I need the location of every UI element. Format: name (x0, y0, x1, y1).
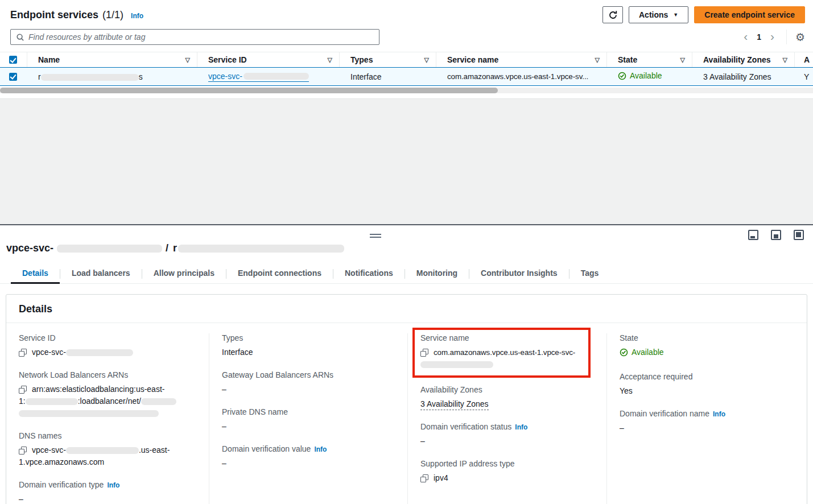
field-dns-names: DNS names vpce-svc-.us-east- 1.vpce.amaz… (19, 431, 199, 468)
sort-icon[interactable]: ▽ (424, 56, 429, 64)
page-title: Endpoint services (10, 9, 98, 21)
redacted-text (141, 398, 176, 405)
panel-drag-handle[interactable] (370, 234, 381, 238)
details-card: Details Service ID vpce-svc- Network Loa… (6, 294, 807, 504)
tab-details[interactable]: Details (11, 264, 60, 283)
column-header-availability-zones: Availability Zones (703, 55, 771, 64)
page-number[interactable]: 1 (754, 32, 764, 42)
tab-load-balancers[interactable]: Load balancers (60, 264, 142, 283)
panel-position-side-icon[interactable] (771, 230, 781, 240)
copy-icon[interactable] (19, 349, 27, 357)
panel-tabs: Details Load balancers Allow principals … (0, 264, 813, 284)
divider (786, 30, 787, 44)
refresh-icon (608, 10, 618, 20)
redacted-text (41, 74, 139, 81)
chevron-left-icon[interactable]: ‹ (740, 30, 751, 44)
sort-icon[interactable]: ▽ (783, 56, 787, 64)
resource-count: (1/1) (102, 9, 123, 21)
refresh-button[interactable] (602, 6, 623, 23)
table-row[interactable]: rs vpce-svc- Interface com.amazonaws.vpc… (0, 67, 813, 86)
service-id-link[interactable]: vpce-svc- (208, 72, 309, 82)
search-icon (16, 33, 24, 42)
field-service-name: Service name com.amazonaws.vpce.us-east-… (420, 333, 586, 370)
info-link[interactable]: Info (515, 423, 527, 431)
details-heading: Details (6, 295, 807, 323)
sort-icon[interactable]: ▽ (328, 56, 332, 64)
panel-title: vpce-svc- / r (0, 225, 813, 254)
field-glb-arns: Gateway Load Balancers ARNs – (222, 370, 397, 395)
copy-icon[interactable] (420, 474, 428, 482)
availability-zones-popover[interactable]: 3 Availability Zones (703, 72, 771, 81)
redacted-text (178, 245, 344, 253)
sort-icon[interactable]: ▽ (680, 56, 685, 64)
search-input[interactable] (28, 32, 374, 42)
redacted-text (66, 349, 133, 356)
search-input-wrapper (10, 29, 379, 45)
field-private-dns-name: Private DNS name – (222, 407, 397, 432)
cell-service-name: com.amazonaws.vpce.us-east-1.vpce-sv... (436, 72, 607, 81)
field-supported-ip-type: Supported IP address type ipv4 (420, 459, 596, 484)
redacted-text (26, 398, 78, 405)
create-endpoint-service-button[interactable]: Create endpoint service (694, 6, 805, 23)
sort-icon[interactable]: ▽ (185, 56, 190, 64)
sort-icon[interactable]: ▽ (595, 56, 600, 64)
redacted-text (244, 73, 309, 80)
field-availability-zones: Availability Zones 3 Availability Zones (420, 385, 596, 410)
gear-icon[interactable]: ⚙ (795, 32, 805, 43)
column-header-partial: A (804, 55, 810, 64)
chevron-right-icon[interactable]: › (767, 30, 778, 44)
redacted-text (66, 447, 139, 454)
cell-types: Interface (340, 72, 436, 81)
tab-tags[interactable]: Tags (569, 264, 610, 283)
select-all-checkbox[interactable] (9, 56, 17, 64)
redacted-text (19, 410, 159, 417)
table-header: Name ▽ Service ID ▽ Types ▽ Service name… (0, 52, 813, 67)
content-background (0, 98, 813, 224)
availability-zones-popover[interactable]: 3 Availability Zones (420, 399, 489, 410)
copy-icon[interactable] (420, 349, 428, 357)
field-domain-verification-value: Domain verification valueInfo – (222, 444, 397, 469)
field-domain-verification-type: Domain verification typeInfo – (19, 480, 199, 504)
state-badge: Available (620, 346, 664, 358)
horizontal-scrollbar (0, 88, 813, 93)
tab-allow-principals[interactable]: Allow principals (142, 264, 226, 283)
panel-position-controls (748, 230, 804, 240)
info-link[interactable]: Info (107, 481, 119, 489)
panel-position-full-icon[interactable] (794, 230, 804, 240)
actions-button[interactable]: Actions ▼ (629, 6, 688, 23)
field-state: State Available (620, 333, 797, 360)
column-header-state: State (618, 55, 637, 64)
tab-endpoint-connections[interactable]: Endpoint connections (226, 264, 333, 283)
field-types: Types Interface (222, 333, 397, 358)
field-domain-verification-status: Domain verification statusInfo – (420, 422, 596, 447)
column-header-service-name: Service name (447, 55, 498, 64)
field-service-id: Service ID vpce-svc- (19, 333, 199, 358)
info-link[interactable]: Info (713, 410, 725, 418)
tab-contributor-insights[interactable]: Contributor Insights (469, 264, 569, 283)
tab-monitoring[interactable]: Monitoring (405, 264, 469, 283)
state-badge: Available (618, 71, 662, 80)
endpoint-services-toolbar: Endpoint services (1/1) Info Actions ▼ C… (0, 0, 813, 45)
copy-icon[interactable] (19, 447, 27, 455)
caret-down-icon: ▼ (673, 12, 678, 18)
redacted-text (57, 245, 162, 253)
column-header-types: Types (350, 55, 373, 64)
tab-notifications[interactable]: Notifications (333, 264, 405, 283)
cell-partial: Y (795, 72, 813, 81)
copy-icon[interactable] (19, 386, 27, 394)
scrollbar-thumb[interactable] (0, 88, 498, 93)
cell-name: rs (27, 72, 197, 81)
info-link[interactable]: Info (314, 445, 327, 453)
panel-position-bottom-icon[interactable] (748, 230, 758, 240)
field-acceptance-required: Acceptance required Yes (620, 372, 797, 397)
endpoint-services-table: Name ▽ Service ID ▽ Types ▽ Service name… (0, 52, 813, 93)
redacted-text (420, 361, 493, 368)
info-link[interactable]: Info (131, 12, 143, 20)
column-header-service-id: Service ID (208, 55, 247, 64)
split-panel: vpce-svc- / r Details Load balancers All… (0, 224, 813, 503)
column-header-name: Name (38, 55, 60, 64)
row-checkbox[interactable] (9, 73, 17, 81)
check-circle-icon (620, 348, 628, 357)
red-annotation-box: Service name com.amazonaws.vpce.us-east-… (412, 328, 591, 378)
check-circle-icon (618, 72, 626, 80)
